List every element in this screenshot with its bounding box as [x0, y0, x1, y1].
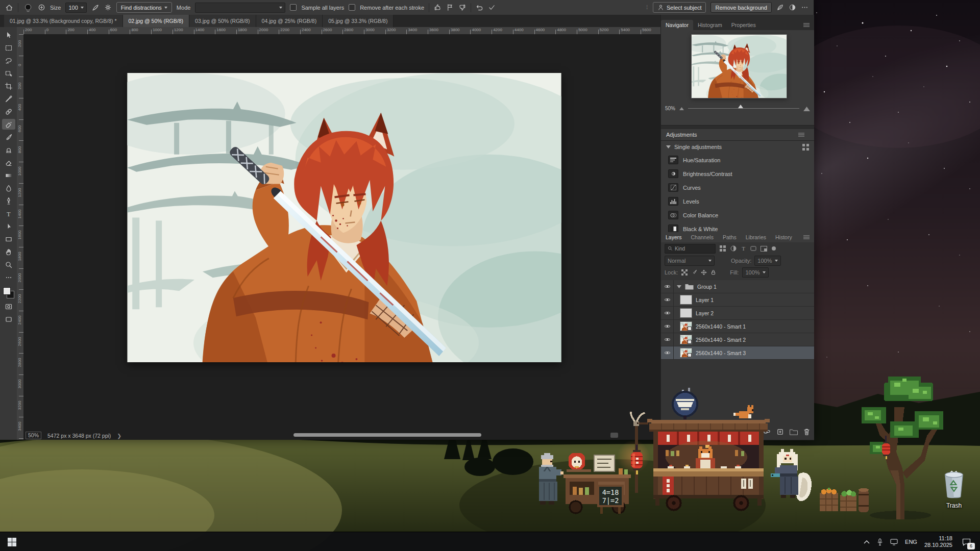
layer-row[interactable]: Layer 2: [661, 307, 814, 320]
marquee-tool[interactable]: [2, 42, 15, 53]
lock-pixels-icon[interactable]: [691, 269, 697, 276]
gradient-tool[interactable]: [2, 170, 15, 181]
ruler-origin[interactable]: [17, 27, 24, 35]
lock-transparency-icon[interactable]: [681, 269, 688, 276]
recycle-bin[interactable]: Trash: [936, 470, 972, 509]
filter-pixel-layers-icon[interactable]: [720, 245, 726, 252]
adjustment-item[interactable]: Brightness/Contrast: [661, 167, 814, 181]
brush-tool[interactable]: [2, 132, 15, 142]
panel-menu-icon[interactable]: [803, 235, 810, 240]
status-chevron-icon[interactable]: ❯: [117, 433, 121, 439]
sample-all-layers-checkbox[interactable]: [290, 4, 297, 11]
remove-background-button[interactable]: Remove background: [710, 2, 772, 13]
path-selection-tool[interactable]: [2, 221, 15, 232]
object-selection-tool[interactable]: [2, 68, 15, 79]
layer-row-group[interactable]: Group 1: [661, 280, 814, 293]
lock-position-icon[interactable]: [701, 269, 707, 276]
new-layer-icon[interactable]: [776, 428, 784, 436]
thumbs-up-icon[interactable]: [434, 4, 442, 11]
blur-tool[interactable]: [2, 183, 15, 193]
panel-menu-icon[interactable]: [803, 22, 810, 28]
document-tab[interactable]: 01.jpg @ 33.3% (Background copy, RGB/8) …: [4, 15, 123, 27]
collapse-chevron-icon[interactable]: [666, 145, 671, 148]
home-icon[interactable]: [5, 4, 13, 12]
panel-menu-icon[interactable]: [798, 132, 805, 137]
eraser-tool[interactable]: [2, 157, 15, 168]
clone-stamp-tool[interactable]: [2, 144, 15, 155]
start-button[interactable]: [0, 532, 23, 551]
tab-histogram[interactable]: Histogram: [693, 20, 727, 30]
layer-name[interactable]: 2560x1440 - Smart 1: [696, 323, 746, 330]
edit-toolbar-icon[interactable]: [2, 272, 15, 283]
microphone-icon[interactable]: [877, 538, 883, 546]
layer-row-smart[interactable]: 2560x1440 - Smart 1: [661, 320, 814, 333]
language-indicator[interactable]: ENG: [905, 539, 917, 545]
adjustment-item[interactable]: Color Balance: [661, 208, 814, 222]
blend-mode-select[interactable]: Normal: [665, 256, 715, 266]
fill-input[interactable]: 100%: [742, 267, 768, 278]
document-tab-active[interactable]: 02.jpg @ 50% (RGB/8): [123, 15, 190, 27]
filter-shape-layers-icon[interactable]: [750, 245, 756, 252]
remove-after-each-stroke-checkbox[interactable]: [349, 4, 355, 11]
crop-tool[interactable]: [2, 81, 15, 91]
filter-smart-objects-icon[interactable]: [761, 246, 767, 252]
brush-preset-icon[interactable]: [23, 3, 33, 13]
pen-tool[interactable]: [2, 195, 15, 206]
screen-mode-icon[interactable]: [2, 314, 15, 324]
zoom-out-icon[interactable]: [679, 106, 684, 110]
airbrush-icon[interactable]: [91, 4, 100, 12]
quick-mask-icon[interactable]: [2, 301, 15, 312]
smart-object-thumbnail[interactable]: [680, 348, 692, 358]
lock-all-icon[interactable]: [710, 269, 716, 276]
contrast-icon[interactable]: [789, 4, 796, 11]
zoom-tool[interactable]: [2, 259, 15, 270]
filter-adjustment-layers-icon[interactable]: [730, 245, 737, 252]
remove-tool[interactable]: [2, 119, 15, 130]
visibility-toggle[interactable]: [661, 293, 674, 306]
flag-icon[interactable]: [446, 4, 454, 11]
visibility-toggle[interactable]: [661, 280, 674, 293]
visibility-toggle[interactable]: [661, 333, 674, 346]
tab-layers[interactable]: Layers: [661, 232, 687, 242]
layer-row-smart[interactable]: 2560x1440 - Smart 2: [661, 333, 814, 346]
feather-icon[interactable]: [776, 4, 784, 11]
new-group-icon[interactable]: [790, 429, 798, 435]
color-swatches[interactable]: [3, 287, 15, 299]
visibility-toggle[interactable]: [661, 307, 674, 319]
adjustment-item[interactable]: Curves: [661, 181, 814, 194]
opacity-input[interactable]: 100%: [754, 256, 780, 266]
brush-size-icon[interactable]: [38, 4, 45, 11]
layer-thumbnail[interactable]: [680, 295, 692, 305]
layer-row[interactable]: Layer 1: [661, 293, 814, 307]
horizontal-scrollbar[interactable]: [293, 433, 481, 437]
filter-type-layers-icon[interactable]: T: [741, 245, 746, 252]
eyedropper-tool[interactable]: [2, 93, 15, 104]
smart-object-thumbnail[interactable]: [680, 321, 692, 331]
select-subject-button[interactable]: Select subject: [653, 2, 706, 13]
hand-tool[interactable]: [2, 246, 15, 257]
tray-expand-icon[interactable]: [864, 540, 870, 544]
document-tab[interactable]: 03.jpg @ 50% (RGB/8): [189, 15, 256, 27]
adjustment-item[interactable]: Hue/Saturation: [661, 153, 814, 167]
tab-navigator[interactable]: Navigator: [661, 20, 693, 30]
rectangle-tool[interactable]: [2, 234, 15, 244]
find-distractions-button[interactable]: Find distractions: [116, 2, 172, 13]
group-expand-chevron-icon[interactable]: [677, 285, 681, 288]
spot-healing-tool[interactable]: [2, 106, 15, 117]
move-tool[interactable]: [2, 30, 15, 40]
document-image[interactable]: [127, 73, 561, 362]
delete-layer-icon[interactable]: [803, 428, 810, 436]
layer-row-smart-selected[interactable]: 2560x1440 - Smart 3: [661, 346, 814, 360]
recycle-bin-icon[interactable]: [943, 470, 965, 499]
mode-select[interactable]: [195, 3, 285, 13]
size-input[interactable]: 100: [65, 3, 86, 13]
navigator-zoom-slider[interactable]: [688, 108, 799, 109]
navigator-zoom-value[interactable]: 50%: [665, 106, 675, 111]
tab-libraries[interactable]: Libraries: [741, 232, 771, 242]
adjustment-item[interactable]: Levels: [661, 194, 814, 208]
more-options-icon[interactable]: [801, 4, 808, 11]
gear-icon[interactable]: [104, 4, 112, 11]
tab-properties[interactable]: Properties: [727, 20, 761, 30]
thumbs-down-icon[interactable]: [458, 4, 466, 11]
filter-toggle-icon[interactable]: [771, 246, 776, 251]
